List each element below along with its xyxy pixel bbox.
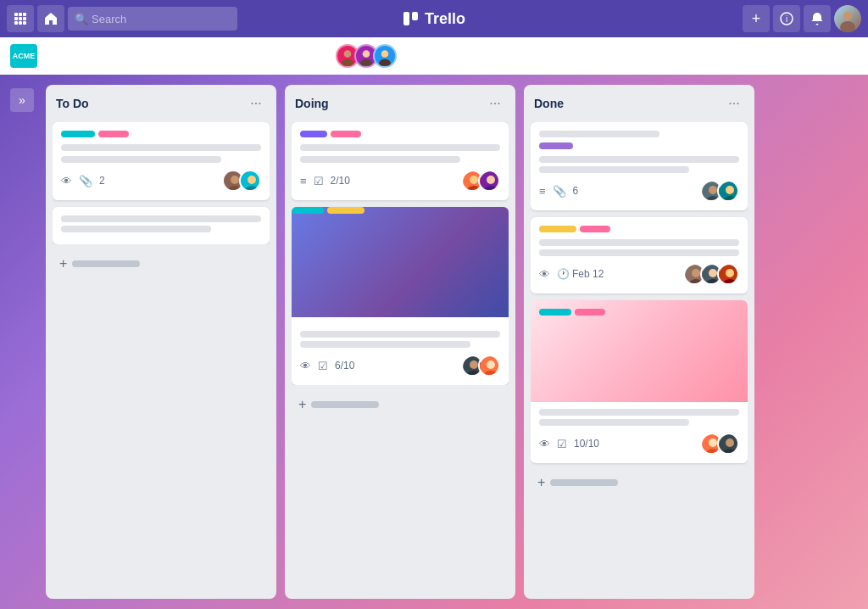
svg-point-19 bbox=[342, 59, 354, 67]
card-line-4b bbox=[300, 341, 470, 348]
card-avatar-1b bbox=[239, 170, 261, 192]
card-meta-1: 👁 📎 2 bbox=[61, 170, 261, 192]
card-doing-1[interactable]: ≡ ☑ 2/10 bbox=[292, 122, 509, 200]
invite-button[interactable]: Invite bbox=[445, 44, 493, 68]
list-icon-5: ≡ bbox=[539, 185, 546, 198]
notification-button[interactable] bbox=[804, 5, 831, 32]
card-meta-3: ≡ ☑ 2/10 bbox=[300, 170, 500, 192]
card-avatars-6 bbox=[683, 263, 739, 285]
board-header-right: ··· bbox=[761, 44, 858, 68]
label-pink bbox=[98, 131, 129, 137]
card-line-5top bbox=[539, 131, 659, 137]
info-button[interactable]: i bbox=[773, 5, 800, 32]
card-labels-3 bbox=[300, 131, 500, 137]
topbar: 🔍 Trello + i bbox=[0, 0, 868, 37]
workspace-switcher[interactable] bbox=[44, 44, 73, 68]
card-todo-1[interactable]: 👁 📎 2 bbox=[53, 122, 270, 200]
clip-icon-5: 📎 bbox=[553, 185, 566, 198]
board-filter[interactable] bbox=[790, 46, 858, 66]
card-meta-left-5: ≡ 📎 6 bbox=[539, 185, 578, 198]
board-title: Project Team Spirit bbox=[80, 47, 210, 64]
date-text-6: Feb 12 bbox=[572, 268, 604, 280]
card-line-5b bbox=[539, 166, 689, 173]
svg-rect-9 bbox=[403, 12, 409, 25]
card-line-2b bbox=[61, 226, 211, 232]
label-purple-5 bbox=[539, 142, 573, 149]
card-subtitle-1 bbox=[61, 156, 221, 163]
label-pink-3 bbox=[331, 131, 361, 137]
star-button[interactable]: ★ bbox=[217, 47, 229, 64]
cover-label-7b bbox=[575, 309, 605, 316]
check-icon-4: ☑ bbox=[318, 360, 328, 372]
column-title-todo: To Do bbox=[56, 97, 89, 110]
svg-point-59 bbox=[726, 439, 734, 447]
logo-text: Trello bbox=[425, 10, 465, 28]
home-button[interactable] bbox=[37, 5, 64, 32]
card-line-6b bbox=[539, 249, 739, 256]
add-card-todo[interactable]: + bbox=[53, 251, 270, 277]
member-avatars bbox=[336, 44, 397, 68]
column-header-todo: To Do ··· bbox=[53, 92, 270, 115]
svg-text:i: i bbox=[786, 14, 787, 24]
card-todo-2[interactable] bbox=[53, 207, 270, 244]
card-done-3[interactable]: 👁 ☑ 10/10 bbox=[531, 300, 748, 463]
card-line-7a bbox=[539, 409, 739, 416]
svg-point-25 bbox=[228, 186, 242, 192]
cover-labels bbox=[292, 207, 364, 214]
column-scroll-doing: ≡ ☑ 2/10 bbox=[292, 122, 509, 385]
apps-button[interactable] bbox=[7, 5, 34, 32]
svg-rect-6 bbox=[14, 21, 18, 25]
column-scroll-todo: 👁 📎 2 bbox=[53, 122, 270, 244]
add-card-doing[interactable]: + bbox=[292, 392, 509, 417]
card-cover-7 bbox=[531, 300, 748, 402]
svg-point-20 bbox=[363, 50, 370, 58]
column-done: Done ··· ≡ 📎 6 bbox=[524, 85, 754, 599]
svg-rect-17 bbox=[58, 51, 63, 58]
board-more-button[interactable]: ··· bbox=[761, 44, 785, 68]
card-avatar-3b bbox=[478, 170, 500, 192]
card-meta-left-4: 👁 ☑ 6/10 bbox=[300, 360, 354, 372]
card-body-7: 👁 ☑ 10/10 bbox=[531, 402, 748, 463]
add-card-done[interactable]: + bbox=[531, 470, 748, 495]
members-count[interactable]: +12 bbox=[407, 44, 437, 68]
board-area: » To Do ··· 👁 📎 2 bbox=[0, 75, 868, 609]
svg-rect-5 bbox=[23, 17, 26, 20]
card-meta-left-7: 👁 ☑ 10/10 bbox=[539, 438, 599, 450]
member-avatar-3[interactable] bbox=[373, 44, 397, 68]
add-button[interactable]: + bbox=[743, 5, 770, 32]
search-input[interactable] bbox=[68, 7, 237, 31]
svg-point-29 bbox=[470, 176, 478, 184]
svg-point-35 bbox=[470, 360, 478, 369]
clip-icon-1: 📎 bbox=[79, 175, 92, 187]
column-todo: To Do ··· 👁 📎 2 bbox=[46, 85, 276, 599]
header-separator-2 bbox=[325, 47, 326, 64]
svg-point-32 bbox=[487, 176, 495, 184]
column-menu-done[interactable]: ··· bbox=[724, 93, 744, 114]
svg-point-38 bbox=[487, 360, 495, 369]
column-menu-doing[interactable]: ··· bbox=[485, 93, 505, 114]
collapse-button[interactable]: » bbox=[10, 88, 34, 112]
clip-count-1: 2 bbox=[99, 175, 105, 187]
card-line-2a bbox=[61, 215, 261, 222]
add-icon-done: + bbox=[537, 475, 545, 490]
eye-icon-1: 👁 bbox=[61, 175, 72, 187]
card-done-2[interactable]: 👁 🕐 Feb 12 bbox=[531, 217, 748, 293]
clock-icon-6: 🕐 bbox=[557, 268, 570, 280]
card-title-3 bbox=[300, 144, 500, 151]
svg-rect-2 bbox=[23, 13, 26, 16]
list-icon-3: ≡ bbox=[300, 175, 307, 187]
column-doing: Doing ··· ≡ ☑ 2/10 bbox=[285, 85, 515, 599]
column-menu-todo[interactable]: ··· bbox=[246, 93, 266, 114]
workspace-label-btn[interactable]: Acme, Inc. bbox=[250, 44, 315, 68]
card-doing-2[interactable]: 👁 ☑ 6/10 bbox=[292, 207, 509, 385]
svg-point-23 bbox=[380, 59, 392, 67]
svg-point-50 bbox=[709, 269, 717, 277]
add-placeholder-done bbox=[550, 479, 618, 486]
svg-rect-8 bbox=[23, 21, 26, 25]
user-avatar[interactable] bbox=[834, 5, 861, 32]
label-yellow-6 bbox=[539, 226, 576, 232]
card-done-1[interactable]: ≡ 📎 6 bbox=[531, 122, 748, 210]
check-icon-3: ☑ bbox=[314, 175, 324, 187]
svg-point-22 bbox=[381, 50, 389, 58]
svg-point-56 bbox=[709, 439, 717, 447]
